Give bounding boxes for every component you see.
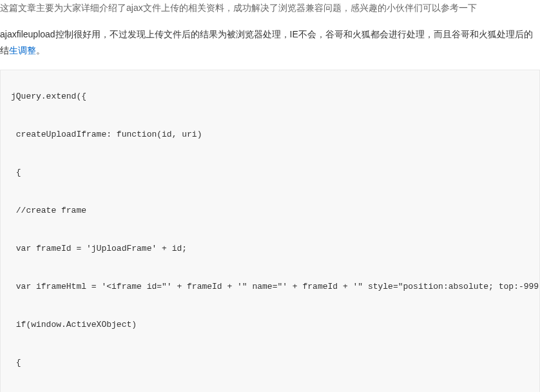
code-line: var iframeHtml = '<iframe id="' + frameI… bbox=[11, 280, 529, 293]
code-line: jQuery.extend({ bbox=[11, 90, 529, 103]
code-line: { bbox=[11, 166, 529, 179]
description-text-suffix: 。 bbox=[36, 45, 45, 55]
code-line: //create frame bbox=[11, 204, 529, 217]
code-line: { bbox=[11, 357, 529, 369]
article-description: ajaxfileupload控制很好用，不过发现上传文件后的结果为被浏览器处理，… bbox=[0, 26, 540, 59]
link-adjustment[interactable]: 生调整 bbox=[9, 45, 36, 55]
code-line: if(window.ActiveXObject) bbox=[11, 318, 529, 331]
code-block: jQuery.extend({ createUploadIframe: func… bbox=[0, 70, 540, 392]
code-line: var frameId = 'jUploadFrame' + id; bbox=[11, 242, 529, 255]
description-text-prefix: ajaxfileupload控制很好用，不过发现上传文件后的结果为被浏览器处理，… bbox=[0, 29, 533, 55]
article-intro: 这篇文章主要为大家详细介绍了ajax文件上传的相关资料，成功解决了浏览器兼容问题… bbox=[0, 0, 540, 16]
code-line: createUploadIframe: function(id, uri) bbox=[11, 128, 529, 141]
